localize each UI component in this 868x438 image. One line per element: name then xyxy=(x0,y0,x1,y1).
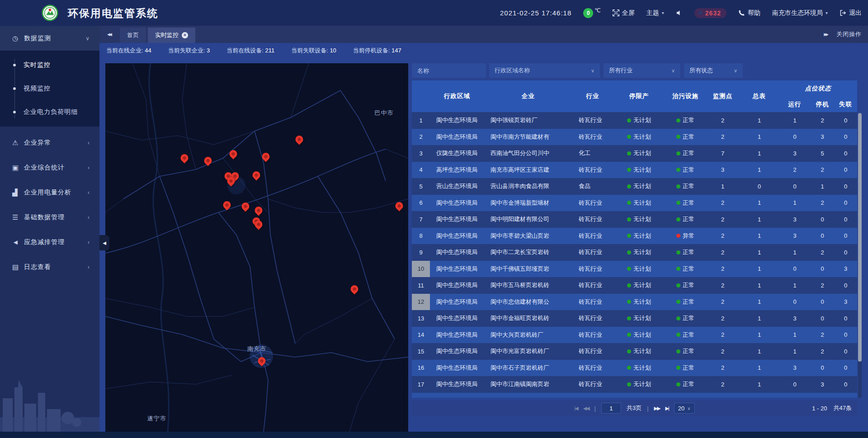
cell-stop-limit-status: 无计划 xyxy=(613,327,665,344)
tab-scroll-left-icon[interactable]: ◀◀ xyxy=(107,26,112,43)
divider: | xyxy=(594,405,596,412)
prev-page-icon[interactable]: ◀◀ xyxy=(583,405,589,411)
stat-label: 当前在线企业: xyxy=(106,47,145,54)
stat-label: 当前停机设备: xyxy=(353,47,392,54)
table-row[interactable]: 14阆中生态环境局阆中大兴页岩机砖厂砖瓦行业无计划正常21120 xyxy=(412,327,857,344)
table-row[interactable]: 12阆中生态环境局阆中市忠信建材有限公砖瓦行业无计划正常21003 xyxy=(412,294,857,311)
page-root: 环保用电监管系统 2021-02-25 17:46:18 0 ℃ 全屏 主题 ▾… xyxy=(0,0,868,438)
status-dot-icon xyxy=(676,234,680,238)
cell-total-meter: 1 xyxy=(740,327,779,344)
pin-core-dot xyxy=(397,204,401,208)
industry-filter-select[interactable]: 所有行业 ∨ xyxy=(604,63,680,78)
cell-region: 阆中生态环境局 xyxy=(430,228,484,245)
table-row[interactable]: 10阆中生态环境局阆中千佛镇五郎垭页岩砖瓦行业无计划正常21003 xyxy=(412,261,857,278)
map-panel[interactable]: 巴中市南充市遂宁市 xyxy=(105,63,408,432)
sidebar-item-5[interactable]: ◄应急减排管理‹ xyxy=(0,230,99,254)
last-page-icon[interactable]: ▶| xyxy=(665,405,669,411)
scrollbar-thumb[interactable] xyxy=(858,113,862,362)
table-row[interactable]: 6阆中生态环境局阆中市金博瑞新型墙材砖瓦行业无计划正常21120 xyxy=(412,195,857,212)
cell-stop-limit-status: 无计划 xyxy=(613,112,665,129)
sidebar-item-6[interactable]: ▤日志查看‹ xyxy=(0,254,99,279)
help-button[interactable]: 帮助 xyxy=(738,9,760,17)
name-filter-input[interactable] xyxy=(412,63,486,78)
sidebar-item-1[interactable]: ⚠企业异常‹ xyxy=(0,130,99,155)
sidebar-item-2[interactable]: ▣企业综合统计‹ xyxy=(0,155,99,180)
close-icon[interactable]: × xyxy=(182,32,188,38)
tab-list: 首页实时监控× xyxy=(120,28,195,43)
cell-region: 阆中生态环境局 xyxy=(430,376,484,393)
table-row[interactable]: 7阆中生态环境局阆中明阳建材有限公司砖瓦行业无计划正常21300 xyxy=(412,211,857,228)
table-row[interactable]: 11阆中生态环境局阆中市五马桥页岩机砖砖瓦行业无计划正常21120 xyxy=(412,277,857,294)
status-filter-select[interactable]: 所有状态 ∨ xyxy=(684,63,743,78)
power-analysis-icon: ▟ xyxy=(12,188,24,197)
sidebar-subitem-1[interactable]: 视频监控 xyxy=(0,77,99,100)
log-view-icon: ▤ xyxy=(12,263,24,271)
table-row[interactable]: 1阆中生态环境局阆中强锐页岩砖厂砖瓦行业无计划正常21120 xyxy=(412,112,857,129)
app-title: 环保用电监管系统 xyxy=(68,6,158,20)
datetime-display: 2021-02-25 17:46:18 xyxy=(500,9,571,17)
mute-button[interactable] xyxy=(676,9,683,16)
region-filter-select[interactable]: 行政区域名称 ∨ xyxy=(489,63,600,78)
cell-disconnected: 0 xyxy=(834,310,857,327)
page-size-select[interactable]: 20 ∨ xyxy=(674,403,695,414)
pin-core-dot xyxy=(182,155,187,160)
sidebar-subitem-2[interactable]: 企业电力负荷明细 xyxy=(0,100,99,124)
table-row[interactable]: 18南部生态环境局南部县瑞华水泥有限公建材加工无计划正常60060 xyxy=(412,393,857,398)
tab-0[interactable]: 首页 xyxy=(120,28,146,43)
notification-badge[interactable]: 2632 xyxy=(694,8,726,18)
cell-industry: 砖瓦行业 xyxy=(572,129,613,146)
org-selector[interactable]: 南充市生态环境局 ▾ xyxy=(772,9,828,17)
cell-industry: 砖瓦行业 xyxy=(572,360,613,377)
first-page-icon[interactable]: |◀ xyxy=(574,405,577,411)
table-row[interactable]: 15阆中生态环境局阆中市光富页岩机砖厂砖瓦行业无计划正常21120 xyxy=(412,343,857,360)
table-row[interactable]: 8阆中生态环境局阆中市枣碧大梁山页岩砖瓦行业无计划异常21300 xyxy=(412,228,857,245)
chevron-down-icon: ▾ xyxy=(662,10,664,15)
emergency-reduce-icon: ◄ xyxy=(12,238,24,246)
sidebar-item-3[interactable]: ▟企业用电量分析‹ xyxy=(0,180,99,205)
sidebar-item-label: 企业异常 xyxy=(24,139,88,147)
cell-region: 阆中生态环境局 xyxy=(430,327,484,344)
sidebar-collapse-handle[interactable]: ◀ xyxy=(99,235,109,250)
logout-button[interactable]: 退出 xyxy=(840,9,862,17)
next-page-icon[interactable]: ▶▶ xyxy=(654,405,660,411)
table-row[interactable]: 2阆中生态环境局阆中市南方节能建材有砖瓦行业无计划正常21030 xyxy=(412,129,857,146)
cell-disconnected: 0 xyxy=(834,244,857,261)
tab-scroll-right-icon[interactable]: ▶▶ xyxy=(824,26,827,43)
sidebar-subitem-0[interactable]: 实时监控 xyxy=(0,53,99,77)
sidebar-item-4[interactable]: ☰基础数据管理‹ xyxy=(0,205,99,230)
table-scrollbar[interactable] xyxy=(858,113,862,398)
table-row[interactable]: 5营山生态环境局营山县润丰肉食品有限食品无计划正常10010 xyxy=(412,178,857,195)
stop-limit-text: 无计划 xyxy=(633,166,651,174)
table-row[interactable]: 17阆中生态环境局阆中市江南镇阆南页岩砖瓦行业无计划正常21030 xyxy=(412,376,857,393)
sidebar-item-0[interactable]: ◷数据监测∨ xyxy=(0,26,99,51)
pin-core-dot xyxy=(225,203,229,207)
tab-label: 实时监控 xyxy=(155,31,179,39)
status-dot-icon xyxy=(627,217,631,221)
close-operations-button[interactable]: 关闭操作 xyxy=(836,26,862,43)
cell-facility-status: 正常 xyxy=(665,294,706,311)
sidebar-item-label: 应急减排管理 xyxy=(24,238,88,246)
facility-text: 正常 xyxy=(683,215,694,223)
page-number-input[interactable] xyxy=(601,403,621,414)
chevron-down-icon: ∨ xyxy=(85,35,90,42)
cell-facility-status: 正常 xyxy=(665,393,706,398)
tab-1[interactable]: 实时监控× xyxy=(148,28,195,43)
cell-index: 4 xyxy=(412,162,430,179)
table-row[interactable]: 16阆中生态环境局阆中市石子页岩机砖厂砖瓦行业无计划正常21300 xyxy=(412,360,857,377)
table-row[interactable]: 4高坪生态环境局南充市高坪区王家店建砖瓦行业无计划正常31220 xyxy=(412,162,857,179)
cell-monitor-points: 2 xyxy=(706,310,740,327)
table-row[interactable]: 3仪陇生态环境局西南油气田分公司川中化工无计划正常71350 xyxy=(412,145,857,162)
cell-industry: 砖瓦行业 xyxy=(572,162,613,179)
status-dot-icon xyxy=(676,168,680,172)
theme-button[interactable]: 主题 ▾ xyxy=(646,9,664,17)
table-row[interactable]: 9阆中生态环境局阆中市二龙长宝页岩砖砖瓦行业无计划正常21120 xyxy=(412,244,857,261)
fullscreen-button[interactable]: 全屏 xyxy=(613,9,635,17)
pin-core-dot xyxy=(259,358,264,363)
pin-core-dot xyxy=(254,173,259,177)
cell-monitor-points: 2 xyxy=(706,228,740,245)
pin-core-dot xyxy=(243,204,248,209)
map-roads xyxy=(105,63,408,432)
status-dot-icon xyxy=(676,135,680,139)
table-row[interactable]: 13阆中生态环境局阆中市金福旺页岩机砖砖瓦行业无计划正常21300 xyxy=(412,310,857,327)
cell-disconnected: 3 xyxy=(834,261,857,278)
